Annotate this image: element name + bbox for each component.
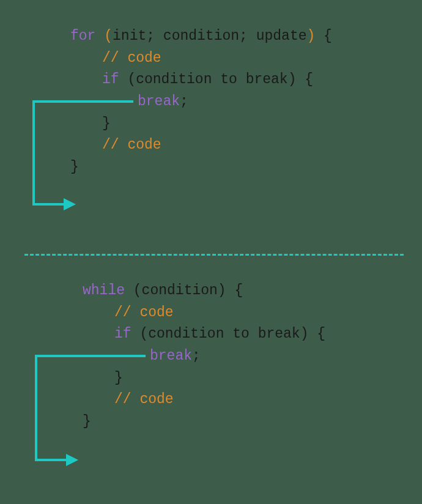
for-outer-close: } [70,159,79,175]
while-if-keyword: if [114,326,131,342]
for-loop-diagram: for (init; condition; update) { // code … [70,26,332,178]
while-outer-close: } [83,413,91,429]
svg-marker-1 [66,454,78,466]
while-break-semi: ; [192,348,201,364]
for-inner-close: } [102,116,111,132]
for-comment2: // code [102,137,161,153]
while-inner-close-line: } [83,368,325,390]
while-keyword: while [83,283,125,298]
while-comment1-line: // code [83,302,325,324]
while-loop-diagram: while (condition) { // code if (conditio… [83,280,325,432]
while-inner-close: } [114,370,123,386]
for-comment2-line: // code [70,135,332,157]
for-paren-open: ( [95,28,113,44]
while-comment2-line: // code [83,389,325,411]
while-break-line: break; [83,346,325,368]
divider-line [24,254,404,256]
for-outer-close-line: } [70,157,332,179]
for-paren-close: ) [306,28,324,44]
for-comment1: // code [102,50,161,66]
while-if-cond: (condition to break) { [131,326,325,342]
for-if-cond: (condition to break) { [119,72,313,87]
while-comment2: // code [114,391,174,407]
svg-marker-0 [64,198,76,210]
while-comment1: // code [114,305,174,321]
for-break-semi: ; [180,94,188,109]
while-break-keyword: break [150,348,192,364]
while-if-line: if (condition to break) { [83,324,325,346]
for-if-line: if (condition to break) { [70,69,332,91]
for-header-args: init; condition; update [113,28,306,44]
for-break-line: break; [70,91,332,113]
for-comment1-line: // code [70,48,332,70]
while-outer-close-line: } [83,411,325,433]
while-header-line: while (condition) { [83,280,325,302]
for-header-line: for (init; condition; update) { [70,26,332,48]
for-brace-open: { [324,28,332,44]
while-header-cond: (condition) { [125,283,243,298]
for-keyword: for [70,28,95,44]
for-if-keyword: if [102,72,119,87]
for-break-keyword: break [138,94,180,109]
for-inner-close-line: } [70,113,332,135]
